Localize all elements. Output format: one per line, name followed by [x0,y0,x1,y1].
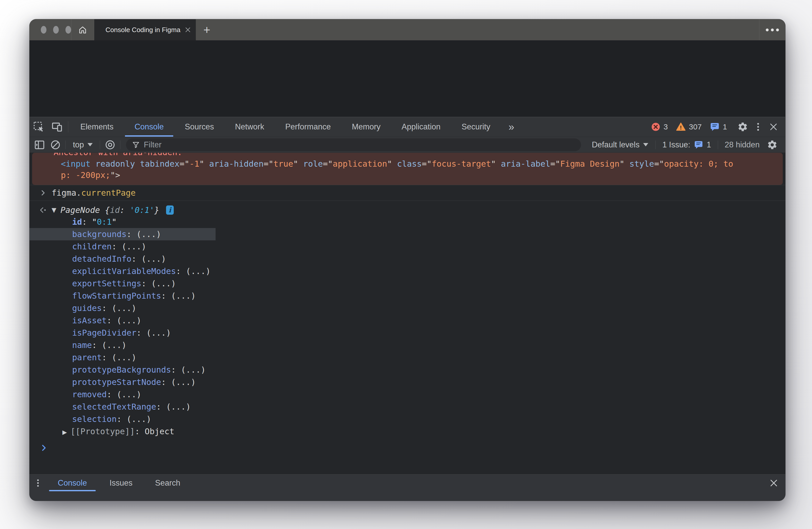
close-icon [769,123,778,131]
inspect-cursor-icon [33,121,44,132]
object-property-row[interactable]: name: (...) [30,339,785,351]
info-badge-icon[interactable]: i [166,205,174,215]
object-property-row[interactable]: children: (...) [30,240,785,253]
returned-value-icon [40,207,47,213]
ellipsis-icon [776,29,779,31]
tab-application[interactable]: Application [391,117,451,137]
log-levels-dropdown[interactable]: Default levels [587,140,653,149]
tab-memory[interactable]: Memory [341,117,391,137]
devtools-settings-button[interactable] [735,121,751,132]
object-property-row[interactable]: prototypeBackgrounds: (...) [30,363,785,376]
close-window-button[interactable] [41,26,46,34]
console-sidebar-toggle-button[interactable] [32,137,47,153]
object-property-row[interactable]: isAsset: (...) [30,314,785,327]
tab-elements[interactable]: Elements [70,117,124,137]
error-code-snippet[interactable]: <input readonly tabindex="-1" aria-hidde… [32,158,778,181]
object-property-row[interactable]: isPageDivider: (...) [30,327,785,339]
hidden-messages-count[interactable]: 28 hidden [720,140,764,149]
console-filter-field[interactable] [126,139,581,151]
console-result-message: ▼ PageNode {id: '0:1'} i id: "0:1" backg… [30,201,785,438]
chevron-down-icon [88,143,93,146]
object-property-row[interactable]: detachedInfo: (...) [30,253,785,265]
expand-triangle-icon[interactable]: ▶ [62,429,67,435]
tab-sources[interactable]: Sources [174,117,224,137]
tab-console[interactable]: Console [124,117,174,137]
tab-title: Console Coding in Figma [105,26,180,34]
console-output: Ancestor with aria-hidden: <input readon… [30,153,785,474]
issue-bubble-icon [694,140,703,149]
tab-security[interactable]: Security [451,117,501,137]
drawer-tab-console[interactable]: Console [46,474,98,491]
object-property-row[interactable]: exportSettings: (...) [30,277,785,290]
page-viewport [30,40,785,117]
object-property-row[interactable]: prototypeStartNode: (...) [30,376,785,388]
gear-icon [737,121,748,132]
window-titlebar: Console Coding in Figma + [30,19,785,40]
sidebar-panel-icon [34,140,45,150]
warning-count-badge[interactable]: 307 [676,122,702,132]
eye-icon [105,140,115,150]
minimize-window-button[interactable] [53,26,59,34]
javascript-context-dropdown[interactable]: top [68,140,98,149]
devtools-close-button[interactable] [765,123,782,131]
devtools-tab-strip: Elements Console Sources Network Perform… [70,117,522,137]
error-count-badge[interactable]: 3 [651,122,668,132]
traffic-lights [30,19,71,40]
prototype-row[interactable]: ▶[[Prototype]]: Object [30,425,785,438]
tab-close-icon[interactable] [185,27,191,33]
zoom-window-button[interactable] [66,26,71,34]
home-button[interactable] [71,19,94,40]
object-property-row[interactable]: selectedTextRange: (...) [30,401,785,413]
message-count-badge[interactable]: 1 [710,122,727,132]
new-tab-button[interactable]: + [196,19,218,40]
error-message-text: Ancestor with aria-hidden: [54,153,778,158]
console-prompt[interactable] [30,438,785,452]
devtools-drawer: Console Issues Search [30,474,785,501]
console-command-entry: figma.currentPage [30,185,785,201]
toolbar-divider [68,121,68,132]
object-property-row[interactable]: guides: (...) [30,302,785,314]
drawer-tab-search[interactable]: Search [144,474,191,491]
toolbar-divider [655,141,656,149]
inspect-element-button[interactable] [30,117,48,137]
object-property-row[interactable]: removed: (...) [30,388,785,401]
browser-menu-button[interactable] [759,19,785,40]
chevron-down-icon [643,143,648,146]
drawer-more-options-button[interactable] [30,474,46,491]
object-property-row[interactable]: explicitVariableModes: (...) [30,265,785,277]
tab-performance[interactable]: Performance [275,117,341,137]
object-property-row[interactable]: id: "0:1" [30,216,785,228]
drawer-tab-issues[interactable]: Issues [98,474,144,491]
command-chevron-icon [40,189,46,197]
prompt-chevron-icon [41,444,47,452]
object-preview[interactable]: PageNode {id: '0:1'} [60,204,159,216]
issues-counter[interactable]: 1 Issue: 1 [658,140,716,149]
tab-network[interactable]: Network [224,117,275,137]
devtools-toolbar: Elements Console Sources Network Perform… [30,117,785,137]
devtools-panel: Elements Console Sources Network Perform… [30,117,785,501]
device-toolbar-button[interactable] [48,117,67,137]
collapse-triangle-icon[interactable]: ▼ [52,204,56,216]
more-panels-button[interactable]: » [501,117,522,137]
object-property-row[interactable]: selection: (...) [30,413,785,425]
toolbar-divider [66,141,66,149]
object-property-row[interactable]: flowStartingPoints: (...) [30,290,785,302]
kebab-icon [33,478,43,488]
console-settings-button[interactable] [764,137,780,153]
browser-window: Console Coding in Figma + Elements Co [30,19,785,501]
object-property-row[interactable]: backgrounds: (...) [30,228,785,240]
filter-input[interactable] [144,140,575,149]
drawer-close-button[interactable] [762,474,785,491]
live-expression-button[interactable] [102,137,118,153]
clear-console-button[interactable] [47,137,63,153]
browser-tab-active[interactable]: Console Coding in Figma [94,19,196,40]
toolbar-divider [120,141,120,149]
gear-icon [767,140,778,150]
toolbar-divider [718,141,718,149]
error-icon [651,122,661,132]
ellipsis-icon [771,29,774,31]
command-text: figma.currentPage [52,188,136,198]
object-property-row[interactable]: parent: (...) [30,351,785,363]
devtools-more-options-button[interactable] [751,122,765,132]
warning-icon [676,122,686,132]
